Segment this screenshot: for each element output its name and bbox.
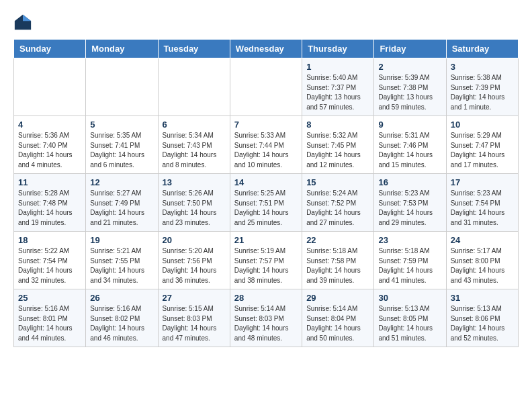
svg-marker-1 [23, 15, 31, 21]
day-number: 12 [90, 177, 153, 187]
day-number: 31 [451, 293, 514, 303]
cell-info: Sunrise: 5:23 AM Sunset: 7:54 PM Dayligh… [451, 189, 514, 228]
cell-info: Sunrise: 5:36 AM Sunset: 7:40 PM Dayligh… [18, 131, 81, 170]
calendar-cell: 26Sunrise: 5:16 AM Sunset: 8:02 PM Dayli… [86, 289, 158, 347]
calendar-cell: 11Sunrise: 5:28 AM Sunset: 7:48 PM Dayli… [14, 174, 86, 232]
calendar-cell [86, 58, 158, 116]
day-number: 30 [378, 293, 441, 303]
day-number: 25 [18, 293, 81, 303]
calendar-header: SundayMondayTuesdayWednesdayThursdayFrid… [14, 40, 519, 58]
calendar-cell: 6Sunrise: 5:34 AM Sunset: 7:43 PM Daylig… [158, 116, 230, 174]
calendar-cell: 3Sunrise: 5:38 AM Sunset: 7:39 PM Daylig… [446, 58, 518, 116]
day-number: 1 [306, 62, 369, 72]
calendar-week-row: 18Sunrise: 5:22 AM Sunset: 7:54 PM Dayli… [14, 232, 519, 289]
calendar-cell: 7Sunrise: 5:33 AM Sunset: 7:44 PM Daylig… [230, 116, 302, 174]
cell-info: Sunrise: 5:20 AM Sunset: 7:56 PM Dayligh… [163, 246, 226, 285]
day-number: 16 [378, 177, 441, 187]
calendar-cell: 31Sunrise: 5:13 AM Sunset: 8:06 PM Dayli… [446, 289, 518, 347]
cell-info: Sunrise: 5:28 AM Sunset: 7:48 PM Dayligh… [18, 189, 81, 228]
calendar-cell [230, 58, 302, 116]
cell-info: Sunrise: 5:16 AM Sunset: 8:01 PM Dayligh… [18, 304, 81, 343]
day-number: 28 [234, 293, 298, 303]
calendar-cell: 24Sunrise: 5:17 AM Sunset: 8:00 PM Dayli… [446, 232, 518, 289]
cell-info: Sunrise: 5:18 AM Sunset: 7:59 PM Dayligh… [378, 246, 441, 285]
day-number: 27 [163, 293, 226, 303]
calendar-cell: 19Sunrise: 5:21 AM Sunset: 7:55 PM Dayli… [86, 232, 158, 289]
calendar-cell [14, 58, 86, 116]
cell-info: Sunrise: 5:21 AM Sunset: 7:55 PM Dayligh… [90, 246, 153, 285]
logo [13, 13, 35, 32]
day-number: 13 [163, 177, 226, 187]
cell-info: Sunrise: 5:26 AM Sunset: 7:50 PM Dayligh… [163, 189, 226, 228]
cell-info: Sunrise: 5:29 AM Sunset: 7:47 PM Dayligh… [451, 131, 514, 170]
calendar-cell: 1Sunrise: 5:40 AM Sunset: 7:37 PM Daylig… [302, 58, 374, 116]
day-number: 2 [378, 62, 441, 72]
day-number: 6 [163, 120, 226, 130]
header-day: Saturday [446, 40, 518, 58]
calendar-cell: 10Sunrise: 5:29 AM Sunset: 7:47 PM Dayli… [446, 116, 518, 174]
header-row: SundayMondayTuesdayWednesdayThursdayFrid… [14, 40, 519, 58]
cell-info: Sunrise: 5:13 AM Sunset: 8:06 PM Dayligh… [451, 304, 514, 343]
day-number: 19 [90, 235, 153, 245]
calendar-cell: 8Sunrise: 5:32 AM Sunset: 7:45 PM Daylig… [302, 116, 374, 174]
cell-info: Sunrise: 5:40 AM Sunset: 7:37 PM Dayligh… [306, 73, 369, 112]
cell-info: Sunrise: 5:19 AM Sunset: 7:57 PM Dayligh… [234, 246, 298, 285]
calendar-cell: 22Sunrise: 5:18 AM Sunset: 7:58 PM Dayli… [302, 232, 374, 289]
day-number: 15 [306, 177, 369, 187]
header-day: Sunday [14, 40, 86, 58]
day-number: 17 [451, 177, 514, 187]
calendar-cell: 30Sunrise: 5:13 AM Sunset: 8:05 PM Dayli… [374, 289, 446, 347]
day-number: 9 [378, 120, 441, 130]
calendar-cell: 27Sunrise: 5:15 AM Sunset: 8:03 PM Dayli… [158, 289, 230, 347]
calendar-week-row: 4Sunrise: 5:36 AM Sunset: 7:40 PM Daylig… [14, 116, 519, 174]
calendar-cell: 9Sunrise: 5:31 AM Sunset: 7:46 PM Daylig… [374, 116, 446, 174]
day-number: 20 [163, 235, 226, 245]
day-number: 23 [378, 235, 441, 245]
day-number: 4 [18, 120, 81, 130]
cell-info: Sunrise: 5:22 AM Sunset: 7:54 PM Dayligh… [18, 246, 81, 285]
cell-info: Sunrise: 5:13 AM Sunset: 8:05 PM Dayligh… [378, 304, 441, 343]
cell-info: Sunrise: 5:15 AM Sunset: 8:03 PM Dayligh… [163, 304, 226, 343]
calendar-cell: 16Sunrise: 5:23 AM Sunset: 7:53 PM Dayli… [374, 174, 446, 232]
calendar-cell: 15Sunrise: 5:24 AM Sunset: 7:52 PM Dayli… [302, 174, 374, 232]
calendar-cell: 25Sunrise: 5:16 AM Sunset: 8:01 PM Dayli… [14, 289, 86, 347]
calendar-cell: 20Sunrise: 5:20 AM Sunset: 7:56 PM Dayli… [158, 232, 230, 289]
day-number: 10 [451, 120, 514, 130]
calendar-cell: 18Sunrise: 5:22 AM Sunset: 7:54 PM Dayli… [14, 232, 86, 289]
calendar-cell [158, 58, 230, 116]
day-number: 14 [234, 177, 298, 187]
day-number: 7 [234, 120, 298, 130]
day-number: 22 [306, 235, 369, 245]
day-number: 26 [90, 293, 153, 303]
day-number: 21 [234, 235, 298, 245]
calendar-table: SundayMondayTuesdayWednesdayThursdayFrid… [13, 39, 519, 347]
cell-info: Sunrise: 5:17 AM Sunset: 8:00 PM Dayligh… [451, 246, 514, 285]
calendar-cell: 5Sunrise: 5:35 AM Sunset: 7:41 PM Daylig… [86, 116, 158, 174]
day-number: 5 [90, 120, 153, 130]
day-number: 18 [18, 235, 81, 245]
cell-info: Sunrise: 5:16 AM Sunset: 8:02 PM Dayligh… [90, 304, 153, 343]
header-day: Tuesday [158, 40, 230, 58]
calendar-week-row: 1Sunrise: 5:40 AM Sunset: 7:37 PM Daylig… [14, 58, 519, 116]
cell-info: Sunrise: 5:27 AM Sunset: 7:49 PM Dayligh… [90, 189, 153, 228]
calendar-week-row: 11Sunrise: 5:28 AM Sunset: 7:48 PM Dayli… [14, 174, 519, 232]
logo-icon [13, 13, 32, 32]
cell-info: Sunrise: 5:14 AM Sunset: 8:03 PM Dayligh… [234, 304, 298, 343]
header-day: Friday [374, 40, 446, 58]
cell-info: Sunrise: 5:23 AM Sunset: 7:53 PM Dayligh… [378, 189, 441, 228]
cell-info: Sunrise: 5:35 AM Sunset: 7:41 PM Dayligh… [90, 131, 153, 170]
cell-info: Sunrise: 5:39 AM Sunset: 7:38 PM Dayligh… [378, 73, 441, 112]
calendar-cell: 17Sunrise: 5:23 AM Sunset: 7:54 PM Dayli… [446, 174, 518, 232]
day-number: 3 [451, 62, 514, 72]
cell-info: Sunrise: 5:32 AM Sunset: 7:45 PM Dayligh… [306, 131, 369, 170]
calendar-cell: 12Sunrise: 5:27 AM Sunset: 7:49 PM Dayli… [86, 174, 158, 232]
cell-info: Sunrise: 5:25 AM Sunset: 7:51 PM Dayligh… [234, 189, 298, 228]
cell-info: Sunrise: 5:38 AM Sunset: 7:39 PM Dayligh… [451, 73, 514, 112]
calendar-cell: 13Sunrise: 5:26 AM Sunset: 7:50 PM Dayli… [158, 174, 230, 232]
calendar-cell: 28Sunrise: 5:14 AM Sunset: 8:03 PM Dayli… [230, 289, 302, 347]
day-number: 8 [306, 120, 369, 130]
cell-info: Sunrise: 5:18 AM Sunset: 7:58 PM Dayligh… [306, 246, 369, 285]
cell-info: Sunrise: 5:31 AM Sunset: 7:46 PM Dayligh… [378, 131, 441, 170]
day-number: 29 [306, 293, 369, 303]
calendar-cell: 14Sunrise: 5:25 AM Sunset: 7:51 PM Dayli… [230, 174, 302, 232]
